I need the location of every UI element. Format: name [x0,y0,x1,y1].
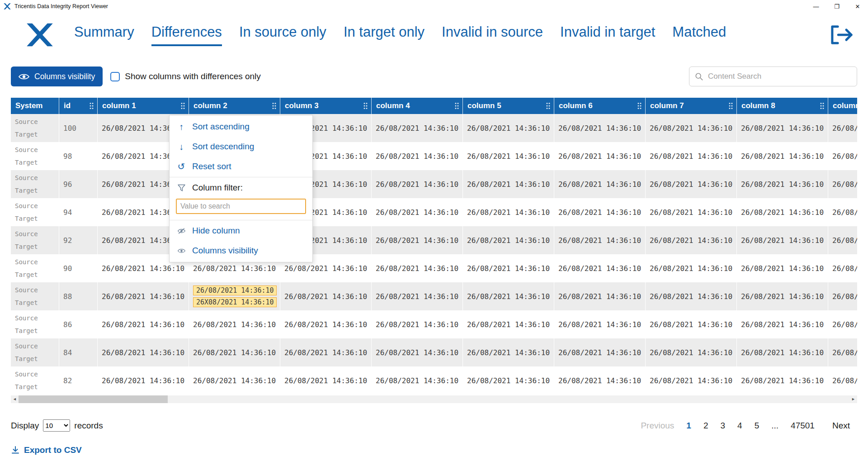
scroll-left-icon[interactable]: ◄ [11,395,19,403]
column-header-column-3[interactable]: column 3 [280,98,372,114]
column-header-column-9[interactable]: column 9 [828,98,857,114]
column-header-column-2[interactable]: column 2 [189,98,280,114]
column-context-menu: ↑ Sort ascending ↓ Sort descending ↺ Res… [169,115,313,262]
data-cell: 26/08/2021 14:36:10 [372,366,463,395]
id-cell: 98 [59,142,98,170]
column-header-column-4[interactable]: column 4 [372,98,463,114]
system-cell: SourceTarget [11,338,59,366]
search-icon [695,72,703,81]
page-number-5[interactable]: 5 [755,421,760,431]
menu-item-label: Columns visibility [192,246,258,256]
data-cell: 26/08/2021 14:36:10 [554,170,646,198]
nav-item-differences[interactable]: Differences [151,24,222,46]
maximize-button[interactable]: ❐ [826,0,847,13]
column-header-label: column 4 [376,101,410,110]
content-search-box [689,67,857,86]
data-cell: 26/08/2021 14:36:10 [554,226,646,254]
pagination-pages-group: Previous 12345...47501 Next [641,421,850,431]
data-cell: 26/08/2021 14:36:10 [280,366,372,395]
columns-visibility-button[interactable]: Columns visibility [11,67,103,86]
page-number-3[interactable]: 3 [721,421,726,431]
previous-page-button[interactable]: Previous [641,421,674,431]
titlebar: Tricentis Data Integrity Report Viewer —… [0,0,868,13]
nav-item-in-target-only[interactable]: In target only [344,24,425,46]
next-page-button[interactable]: Next [832,421,850,431]
page-number-4[interactable]: 4 [737,421,742,431]
export-report-icon[interactable] [829,24,854,46]
sort-descending-icon: ↓ [176,142,186,152]
scroll-right-icon[interactable]: ► [849,395,857,403]
column-header-column-7[interactable]: column 7 [646,98,737,114]
menu-item-columns-visibility[interactable]: Columns visibility [170,241,312,261]
menu-item-label: Reset sort [192,162,231,171]
system-label: Source [15,118,38,125]
table-row: SourceTarget9626/08/2021 14:36:1026/08/2… [11,170,857,198]
data-cell: 26/08/2021 14:36:10 [554,114,646,142]
column-grip-icon[interactable] [89,102,94,110]
horizontal-scrollbar[interactable]: ◄ ► [11,395,857,403]
column-header-label: column 5 [467,101,501,110]
show-differences-label[interactable]: Show columns with differences only [125,71,261,81]
column-grip-icon[interactable] [637,102,642,110]
column-grip-icon[interactable] [180,102,185,110]
nav-item-in-source-only[interactable]: In source only [239,24,326,46]
menu-item-hide-column[interactable]: Hide column [170,221,312,241]
nav-item-invalid-in-target[interactable]: Invalid in target [560,24,655,46]
system-label: Target [15,299,38,306]
column-grip-icon[interactable] [454,102,459,110]
close-button[interactable]: ✕ [847,0,868,13]
scrollbar-thumb[interactable] [19,395,168,403]
nav-item-summary[interactable]: Summary [74,24,134,46]
export-to-csv-label: Export to CSV [24,445,82,455]
page-ellipsis: ... [771,421,778,431]
column-header-column-6[interactable]: column 6 [554,98,646,114]
system-cell: SourceTarget [11,170,59,198]
menu-item-sort-ascending[interactable]: ↑ Sort ascending [170,117,312,137]
nav-items: SummaryDifferencesIn source onlyIn targe… [74,24,726,46]
column-header-column-1[interactable]: column 1 [98,98,189,114]
eye-icon [176,247,186,255]
table-row: SourceTarget8226/08/2021 14:36:1026/08/2… [11,366,857,395]
data-cell: 26/08/2021 14:36:10 [554,366,646,395]
content-search-input[interactable] [707,71,851,81]
column-header-column-5[interactable]: column 5 [463,98,554,114]
data-cell: 26/08/2021 14:36:10 [646,254,737,282]
nav-item-matched[interactable]: Matched [672,24,726,46]
column-grip-icon[interactable] [363,102,368,110]
data-cell: 26/08/2021 14:36:10 [372,254,463,282]
download-icon [11,446,20,455]
column-grip-icon[interactable] [728,102,733,110]
page-size-group: Display 10 records [11,419,103,432]
show-differences-checkbox[interactable] [110,72,120,81]
column-header-system[interactable]: System [11,98,59,114]
menu-item-label: Sort descending [192,142,254,152]
page-number-last[interactable]: 47501 [791,421,815,431]
menu-item-sort-descending[interactable]: ↓ Sort descending [170,137,312,157]
column-grip-icon[interactable] [820,102,825,110]
id-cell: 86 [59,310,98,338]
column-grip-icon[interactable] [546,102,551,110]
window-controls: — ❐ ✕ [806,0,868,13]
data-cell: 26/08/2021 14:36:10 [554,254,646,282]
columns-visibility-label: Columns visibility [34,72,95,81]
column-header-column-8[interactable]: column 8 [737,98,828,114]
table-row: SourceTarget8826/08/2021 14:36:1026/08/2… [11,282,857,310]
minimize-button[interactable]: — [806,0,826,13]
menu-item-reset-sort[interactable]: ↺ Reset sort [170,157,312,176]
system-label: Target [15,243,38,250]
column-header-id[interactable]: id [59,98,98,114]
page-number-1[interactable]: 1 [686,421,691,431]
data-cell: 26/08/2021 14:36:10 [737,198,828,226]
system-label: Source [15,202,38,209]
page-size-select[interactable]: 10 [43,419,70,432]
page-number-2[interactable]: 2 [703,421,708,431]
column-header-label: column 6 [559,101,593,110]
export-to-csv-button[interactable]: Export to CSV [11,445,82,455]
column-filter-input[interactable] [176,199,306,214]
system-label: Source [15,314,38,322]
nav-item-invalid-in-source[interactable]: Invalid in source [442,24,543,46]
data-cell: 26/08/2021 14:36:10 [646,142,737,170]
column-filter-input-wrap [170,198,312,219]
column-grip-icon[interactable] [272,102,277,110]
data-cell: 26/08/2021 14:36:10 [98,338,189,366]
